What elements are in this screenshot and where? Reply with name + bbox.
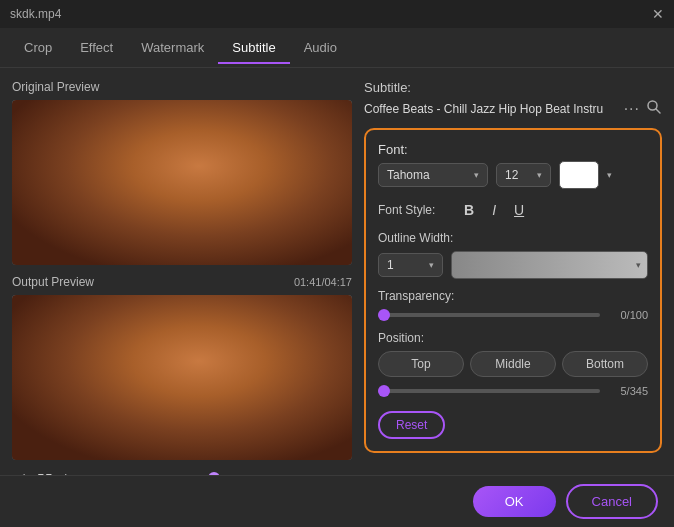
position-row: Position: Top Middle Bottom 5/345 [378,331,648,397]
transparency-value: 0/100 [608,309,648,321]
font-color-picker[interactable] [559,161,599,189]
title-bar-title: skdk.mp4 [10,7,61,21]
outline-width-select[interactable]: 1 ▾ [378,253,443,277]
font-label-row: Font: [378,142,648,157]
outline-width-chevron-icon: ▾ [429,260,434,270]
main-content: Original Preview Output Preview 01:41/04… [0,68,674,475]
tab-subtitle[interactable]: Subtitle [218,32,289,63]
transparency-slider-row: 0/100 [378,309,648,321]
subtitle-more-button[interactable]: ··· [624,100,640,118]
ok-button[interactable]: OK [473,486,556,517]
original-preview-label: Original Preview [12,80,352,94]
transparency-row: Transparency: 0/100 [378,289,648,321]
font-row: Tahoma ▾ 12 ▾ ▾ [378,161,648,189]
outline-color-select[interactable]: ▾ [451,251,648,279]
transparency-track [378,313,600,317]
tab-crop[interactable]: Crop [10,32,66,63]
outline-color-chevron-icon: ▾ [636,260,641,270]
output-preview-face [12,295,352,460]
position-slider-row: 5/345 [378,385,648,397]
position-track [378,389,600,393]
title-bar: skdk.mp4 ✕ [0,0,674,28]
footer: OK Cancel [0,475,674,527]
position-middle-button[interactable]: Middle [470,351,556,377]
reset-button[interactable]: Reset [378,411,445,439]
original-preview-image [12,100,352,265]
subtitle-section: Subtitle: Coffee Beats - Chill Jazz Hip … [364,80,662,463]
output-preview-image [12,295,352,460]
bold-button[interactable]: B [457,199,481,221]
svg-line-1 [656,109,660,113]
transparency-label: Transparency: [378,289,648,303]
preview-section: Original Preview Output Preview 01:41/04… [12,80,352,463]
font-color-chevron-icon: ▾ [607,170,612,180]
subtitle-box: Font: Tahoma ▾ 12 ▾ ▾ Font Style: B I U [364,128,662,453]
position-top-button[interactable]: Top [378,351,464,377]
italic-button[interactable]: I [485,199,503,221]
tabs-bar: Crop Effect Watermark Subtitle Audio [0,28,674,68]
transparency-thumb[interactable] [378,309,390,321]
outline-width-label: Outline Width: [378,231,648,245]
output-preview-label: Output Preview [12,275,94,289]
output-time: 01:41/04:17 [294,276,352,288]
font-label: Font: [378,142,408,157]
original-preview-face [12,100,352,265]
font-style-label: Font Style: [378,203,453,217]
outline-width-value: 1 [387,258,394,272]
font-size-value: 12 [505,168,518,182]
position-label: Position: [378,331,648,345]
cancel-button[interactable]: Cancel [566,484,658,519]
font-size-chevron-icon: ▾ [537,170,542,180]
underline-button[interactable]: U [507,199,531,221]
outline-controls: 1 ▾ ▾ [378,251,648,279]
position-bottom-button[interactable]: Bottom [562,351,648,377]
font-family-select[interactable]: Tahoma ▾ [378,163,488,187]
position-buttons: Top Middle Bottom [378,351,648,377]
transparency-slider[interactable] [378,313,600,317]
outline-width-row: Outline Width: 1 ▾ ▾ [378,231,648,279]
subtitle-title-bar: Coffee Beats - Chill Jazz Hip Hop Beat I… [364,99,662,118]
tab-audio[interactable]: Audio [290,32,351,63]
tab-watermark[interactable]: Watermark [127,32,218,63]
position-value: 5/345 [608,385,648,397]
font-size-select[interactable]: 12 ▾ [496,163,551,187]
subtitle-header-label: Subtitle: [364,80,662,95]
position-thumb[interactable] [378,385,390,397]
font-style-row: Font Style: B I U [378,199,648,221]
subtitle-search-button[interactable] [646,99,662,118]
font-family-value: Tahoma [387,168,430,182]
position-slider[interactable] [378,389,600,393]
subtitle-title-text: Coffee Beats - Chill Jazz Hip Hop Beat I… [364,102,618,116]
close-button[interactable]: ✕ [652,6,664,22]
tab-effect[interactable]: Effect [66,32,127,63]
output-header: Output Preview 01:41/04:17 [12,275,352,289]
font-family-chevron-icon: ▾ [474,170,479,180]
